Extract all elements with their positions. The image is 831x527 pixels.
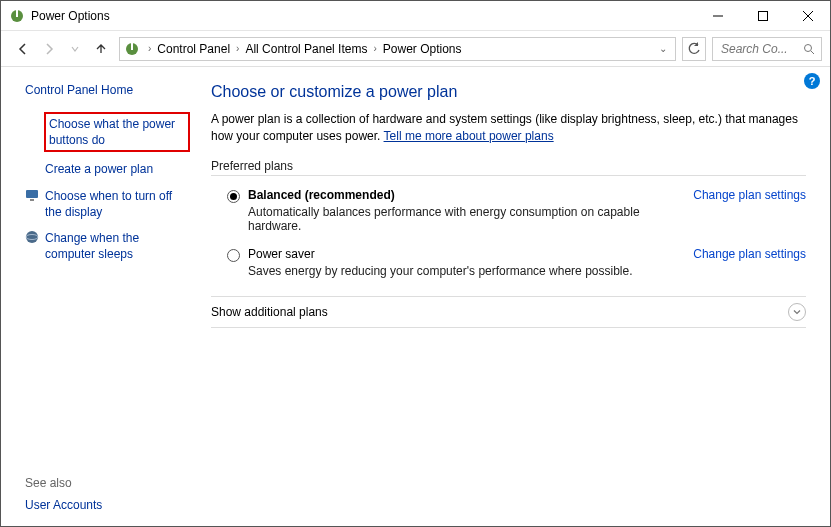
search-box[interactable] — [712, 37, 822, 61]
plan-balanced-desc: Automatically balances performance with … — [248, 205, 681, 233]
see-also-section: See also User Accounts — [25, 476, 102, 512]
plan-powersaver: Power saver Saves energy by reducing you… — [211, 247, 806, 292]
see-also-label: See also — [25, 476, 102, 490]
plan-balanced-radio[interactable] — [227, 190, 240, 203]
content-area: ? Control Panel Home Choose what the pow… — [1, 67, 830, 526]
svg-point-8 — [805, 44, 812, 51]
show-additional-row[interactable]: Show additional plans — [211, 296, 806, 328]
plan-powersaver-radio[interactable] — [227, 249, 240, 262]
plan-balanced: Balanced (recommended) Automatically bal… — [211, 188, 806, 247]
tell-me-more-link[interactable]: Tell me more about power plans — [384, 129, 554, 143]
sidebar: Control Panel Home Choose what the power… — [1, 67, 201, 526]
sidebar-create-plan[interactable]: Create a power plan — [45, 161, 153, 177]
svg-rect-1 — [16, 10, 18, 17]
window-title: Power Options — [31, 9, 110, 23]
search-input[interactable] — [719, 41, 789, 57]
minimize-button[interactable] — [695, 1, 740, 30]
recent-dropdown[interactable] — [63, 37, 87, 61]
see-also-user-accounts[interactable]: User Accounts — [25, 498, 102, 512]
plan-powersaver-name[interactable]: Power saver — [248, 247, 681, 261]
chevron-right-icon[interactable]: › — [144, 43, 155, 54]
svg-rect-11 — [30, 199, 34, 201]
display-icon — [25, 188, 39, 202]
titlebar: Power Options — [1, 1, 830, 31]
svg-point-12 — [26, 231, 38, 243]
svg-rect-10 — [26, 190, 38, 198]
breadcrumb-dropdown[interactable]: ⌄ — [655, 43, 671, 54]
breadcrumb-item[interactable]: Power Options — [381, 42, 464, 56]
globe-icon — [25, 230, 39, 244]
navbar: › Control Panel › All Control Panel Item… — [1, 31, 830, 67]
expand-chevron-icon[interactable] — [788, 303, 806, 321]
main-panel: Choose or customize a power plan A power… — [201, 67, 830, 526]
svg-rect-7 — [131, 43, 133, 50]
maximize-button[interactable] — [740, 1, 785, 30]
control-panel-home-link[interactable]: Control Panel Home — [25, 83, 189, 97]
sidebar-computer-sleeps[interactable]: Change when the computer sleeps — [45, 230, 189, 262]
chevron-right-icon[interactable]: › — [369, 43, 380, 54]
page-heading: Choose or customize a power plan — [211, 83, 806, 101]
page-description: A power plan is a collection of hardware… — [211, 111, 806, 145]
up-button[interactable] — [89, 37, 113, 61]
search-icon — [803, 43, 815, 55]
chevron-right-icon[interactable]: › — [232, 43, 243, 54]
forward-button[interactable] — [37, 37, 61, 61]
app-icon — [9, 8, 25, 24]
breadcrumb-icon — [124, 41, 140, 57]
breadcrumb-item[interactable]: All Control Panel Items — [243, 42, 369, 56]
preferred-plans-label: Preferred plans — [211, 159, 806, 176]
sidebar-turn-off-display[interactable]: Choose when to turn off the display — [45, 188, 189, 220]
refresh-button[interactable] — [682, 37, 706, 61]
breadcrumb-item[interactable]: Control Panel — [155, 42, 232, 56]
breadcrumb-bar[interactable]: › Control Panel › All Control Panel Item… — [119, 37, 676, 61]
show-additional-label: Show additional plans — [211, 305, 788, 319]
plan-powersaver-change-link[interactable]: Change plan settings — [693, 247, 806, 261]
svg-line-9 — [811, 51, 814, 54]
close-button[interactable] — [785, 1, 830, 30]
plan-powersaver-desc: Saves energy by reducing your computer's… — [248, 264, 681, 278]
back-button[interactable] — [11, 37, 35, 61]
svg-rect-3 — [758, 11, 767, 20]
sidebar-choose-power-buttons[interactable]: Choose what the power buttons do — [45, 113, 189, 151]
plan-balanced-name[interactable]: Balanced (recommended) — [248, 188, 681, 202]
plan-balanced-change-link[interactable]: Change plan settings — [693, 188, 806, 202]
